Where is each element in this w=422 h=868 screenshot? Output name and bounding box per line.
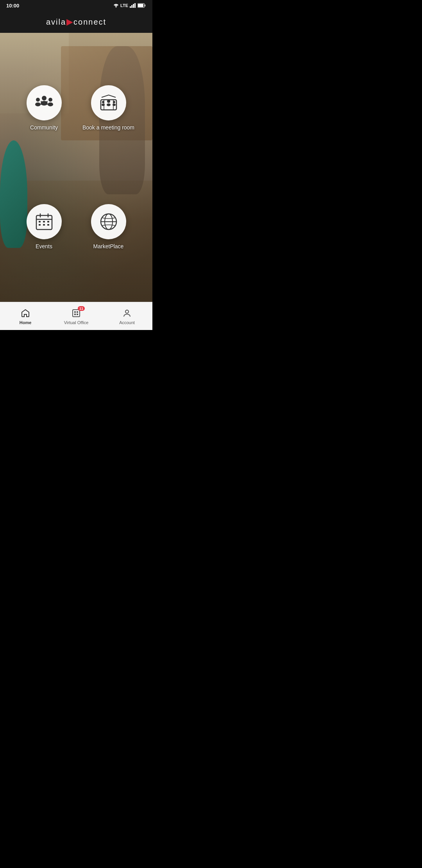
home-icon-container [20, 308, 31, 319]
logo-play-icon: ▶ [66, 17, 73, 27]
nav-home[interactable]: Home [0, 305, 51, 328]
book-meeting-circle [91, 85, 126, 120]
community-circle [27, 85, 62, 120]
events-label: Events [36, 243, 52, 249]
svg-rect-31 [47, 224, 49, 226]
svg-point-20 [113, 101, 115, 103]
svg-rect-28 [47, 221, 49, 222]
menu-grid: Community Book a meeting [0, 33, 152, 302]
virtual-office-badge: 11 [78, 306, 85, 311]
home-label: Home [20, 320, 32, 325]
account-label: Account [119, 320, 135, 325]
svg-rect-2 [133, 4, 134, 8]
nav-virtual-office[interactable]: 11 Virtual Office [51, 305, 102, 328]
account-icon-container [122, 308, 132, 319]
svg-point-12 [48, 102, 53, 106]
svg-point-9 [42, 96, 46, 100]
status-bar: 10:00 LTE [0, 0, 152, 11]
main-background: Community Book a meeting [0, 33, 152, 302]
logo-text-avila: avila [46, 18, 66, 27]
svg-rect-39 [77, 314, 78, 315]
svg-rect-3 [134, 3, 136, 8]
svg-point-11 [48, 98, 52, 102]
virtual-office-label: Virtual Office [64, 320, 89, 325]
community-button[interactable]: Community [12, 85, 76, 131]
svg-rect-38 [74, 314, 76, 315]
svg-rect-0 [130, 6, 131, 8]
svg-rect-1 [131, 5, 132, 8]
svg-rect-37 [77, 311, 78, 313]
nav-account[interactable]: Account [102, 305, 152, 328]
marketplace-circle [91, 204, 126, 239]
community-label: Community [30, 124, 58, 131]
status-icons: LTE [113, 3, 146, 8]
account-icon [122, 308, 132, 318]
events-button[interactable]: Events [12, 204, 76, 249]
svg-point-21 [113, 104, 116, 106]
app-header: avila ▶ connect [0, 11, 152, 33]
svg-rect-29 [39, 224, 41, 226]
svg-point-16 [107, 100, 110, 103]
book-meeting-label: Book a meeting room [82, 124, 134, 131]
status-time: 10:00 [6, 3, 19, 9]
book-meeting-button[interactable]: Book a meeting room [76, 85, 141, 131]
svg-rect-26 [39, 221, 41, 222]
svg-rect-30 [43, 224, 45, 226]
events-circle [27, 204, 62, 239]
bottom-navigation: Home 11 Virtual Office Account [0, 302, 152, 330]
svg-point-7 [36, 98, 40, 102]
logo-text-connect: connect [73, 18, 106, 27]
svg-point-8 [35, 102, 41, 106]
svg-point-40 [125, 310, 129, 313]
marketplace-label: MarketPlace [93, 243, 124, 249]
svg-point-18 [102, 101, 104, 103]
svg-rect-5 [145, 5, 145, 7]
svg-point-17 [107, 104, 111, 106]
svg-point-19 [102, 104, 105, 106]
svg-rect-36 [74, 311, 76, 313]
virtual-office-icon-container: 11 [71, 308, 82, 319]
svg-rect-6 [138, 4, 143, 7]
logo: avila ▶ connect [46, 17, 106, 27]
svg-rect-27 [43, 221, 45, 222]
network-type: LTE [120, 3, 128, 8]
home-icon [21, 308, 30, 318]
marketplace-button[interactable]: MarketPlace [76, 204, 141, 249]
